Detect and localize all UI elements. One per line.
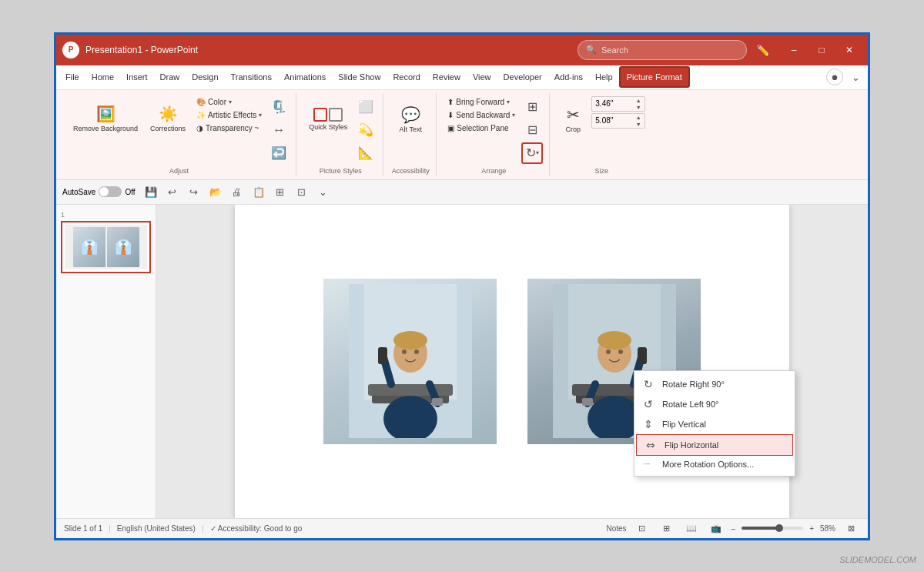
- toolbar-row: AutoSave Off 💾 ↩ ↪ 📂 🖨 📋 ⊞ ⊡ ⌄: [56, 180, 868, 205]
- send-backward-button[interactable]: ⬇ Send Backward ▾: [444, 109, 518, 121]
- selection-icon: ▣: [447, 124, 454, 132]
- flip-vertical-icon: ⇕: [644, 418, 656, 430]
- zoom-slider[interactable]: [742, 527, 803, 530]
- slide-image-left[interactable]: [323, 279, 497, 444]
- group-btn[interactable]: ⊟: [521, 119, 543, 141]
- zoom-fill: [742, 527, 777, 530]
- rotate-right-90-item[interactable]: ↻ Rotate Right 90°: [634, 374, 795, 394]
- thumb-img-1: 👔: [73, 227, 105, 267]
- menu-home[interactable]: Home: [85, 66, 120, 88]
- send-back-icon: ⬇: [447, 111, 454, 119]
- menu-view[interactable]: View: [467, 66, 497, 88]
- restore-button[interactable]: □: [809, 39, 834, 61]
- alt-text-icon: 💬: [401, 105, 420, 124]
- menu-picture-format[interactable]: Picture Format: [619, 66, 690, 88]
- slide-sorter-status-btn[interactable]: ⊞: [658, 519, 676, 537]
- alt-text-button[interactable]: 💬 Alt Text: [391, 96, 430, 142]
- bring-forward-button[interactable]: ⬆ Bring Forward ▾: [444, 96, 518, 108]
- title-extra: ✏️: [756, 44, 769, 56]
- expand-btn[interactable]: ⊡: [293, 182, 311, 201]
- menu-draw[interactable]: Draw: [154, 66, 186, 88]
- slide-thumbnail[interactable]: 👔 👔: [61, 221, 151, 273]
- autosave-track[interactable]: [99, 186, 122, 197]
- menu-bar: File Home Insert Draw Design Transitions…: [56, 65, 868, 90]
- accessibility-content: 💬 Alt Text: [391, 95, 430, 166]
- picture-border-btn[interactable]: ⬜: [355, 96, 377, 118]
- more-rotation-options-item[interactable]: ··· More Rotation Options...: [634, 456, 795, 473]
- menu-design[interactable]: Design: [186, 66, 224, 88]
- width-input[interactable]: 3.46" ▲ ▼: [591, 96, 645, 112]
- change-pic-btn[interactable]: ↔️: [268, 119, 290, 141]
- rotate-left-90-item[interactable]: ↺ Rotate Left 90°: [634, 394, 795, 414]
- rotate-button[interactable]: ↻ ▾: [521, 142, 543, 164]
- open-btn[interactable]: 📂: [206, 182, 225, 201]
- presenter-view-btn[interactable]: 📺: [707, 519, 725, 537]
- quick-styles-button[interactable]: Quick Styles: [304, 96, 352, 142]
- main-area: 1 👔 👔: [56, 205, 868, 518]
- height-up-btn[interactable]: ▲: [634, 114, 643, 121]
- crop-button[interactable]: ✂ Crop: [557, 96, 588, 142]
- pen-icon[interactable]: ✏️: [756, 44, 769, 56]
- align-btn[interactable]: ⊞: [521, 96, 543, 118]
- transparency-icon: ◑: [196, 124, 203, 132]
- menu-slideshow[interactable]: Slide Show: [332, 66, 387, 88]
- close-button[interactable]: ✕: [837, 39, 862, 61]
- corrections-button[interactable]: ☀️ Corrections: [146, 96, 190, 142]
- flip-vertical-item[interactable]: ⇕ Flip Vertical: [634, 414, 795, 434]
- compress-icon-btn[interactable]: 🗜️: [268, 96, 290, 118]
- reset-pic-btn[interactable]: ↩️: [268, 142, 290, 164]
- reading-view-btn[interactable]: 📖: [682, 519, 701, 537]
- width-spinners: ▲ ▼: [634, 97, 643, 111]
- minimize-button[interactable]: –: [782, 39, 806, 61]
- zoom-minus[interactable]: –: [732, 524, 736, 533]
- width-field[interactable]: 3.46": [595, 99, 634, 108]
- normal-view-btn[interactable]: ⊡: [633, 519, 651, 537]
- menu-record[interactable]: Record: [387, 66, 426, 88]
- width-down-btn[interactable]: ▼: [634, 104, 643, 111]
- slide-sorter-btn[interactable]: ⊞: [271, 182, 290, 201]
- height-input[interactable]: 5.08" ▲ ▼: [591, 113, 645, 129]
- transparency-button[interactable]: ◑ Transparency ~: [193, 122, 265, 134]
- remove-background-button[interactable]: 🖼️ Remove Background: [69, 96, 142, 142]
- redo-btn[interactable]: ↪: [185, 182, 203, 201]
- flip-horizontal-item[interactable]: ⇔ Flip Horizontal: [636, 434, 793, 456]
- copy-btn[interactable]: 📋: [249, 182, 268, 201]
- menu-review[interactable]: Review: [427, 66, 467, 88]
- language-info: English (United States): [117, 524, 196, 533]
- print-btn[interactable]: 🖨: [228, 182, 246, 201]
- fit-slide-btn[interactable]: ⊠: [842, 519, 860, 537]
- zoom-thumb: [775, 524, 783, 532]
- more-options-icon: ···: [644, 460, 656, 468]
- color-button[interactable]: 🎨 Color ▾: [193, 96, 265, 108]
- menu-insert[interactable]: Insert: [120, 66, 154, 88]
- menu-file[interactable]: File: [59, 66, 85, 88]
- menu-help[interactable]: Help: [589, 66, 619, 88]
- autosave-state: Off: [125, 188, 135, 196]
- selection-pane-button[interactable]: ▣ Selection Pane: [444, 122, 518, 134]
- ribbon-collapse-btn[interactable]: ⌄: [846, 68, 865, 86]
- thumb-img-2: 👔: [107, 227, 139, 267]
- height-field[interactable]: 5.08": [595, 116, 634, 125]
- width-up-btn[interactable]: ▲: [634, 97, 643, 104]
- menu-addins[interactable]: Add-ins: [548, 66, 589, 88]
- record-icon-btn[interactable]: ⏺: [826, 69, 843, 85]
- more-tools-btn[interactable]: ⌄: [314, 182, 333, 201]
- undo-btn[interactable]: ↩: [163, 182, 182, 201]
- zoom-plus[interactable]: +: [809, 524, 814, 533]
- picture-layout-btn[interactable]: 📐: [355, 142, 377, 164]
- adjust-icons: 🗜️ ↔️ ↩️: [268, 96, 290, 164]
- adjust-label: Adjust: [169, 166, 189, 175]
- picture-effects-btn[interactable]: 💫: [355, 119, 377, 141]
- menu-animations[interactable]: Animations: [278, 66, 332, 88]
- search-box[interactable]: 🔍 Search: [578, 40, 747, 60]
- send-back-arrow: ▾: [512, 112, 515, 119]
- height-down-btn[interactable]: ▼: [634, 121, 643, 128]
- menu-developer[interactable]: Developer: [497, 66, 548, 88]
- rotate-dropdown-menu: ↻ Rotate Right 90° ↺ Rotate Left 90° ⇕ F…: [634, 370, 795, 477]
- menu-transitions[interactable]: Transitions: [225, 66, 278, 88]
- save-btn[interactable]: 💾: [142, 182, 160, 201]
- bring-fwd-arrow: ▾: [507, 99, 510, 105]
- size-label: Size: [595, 166, 609, 175]
- notes-btn[interactable]: Notes: [606, 524, 626, 533]
- artistic-effects-button[interactable]: ✨ Artistic Effects ▾: [193, 109, 265, 121]
